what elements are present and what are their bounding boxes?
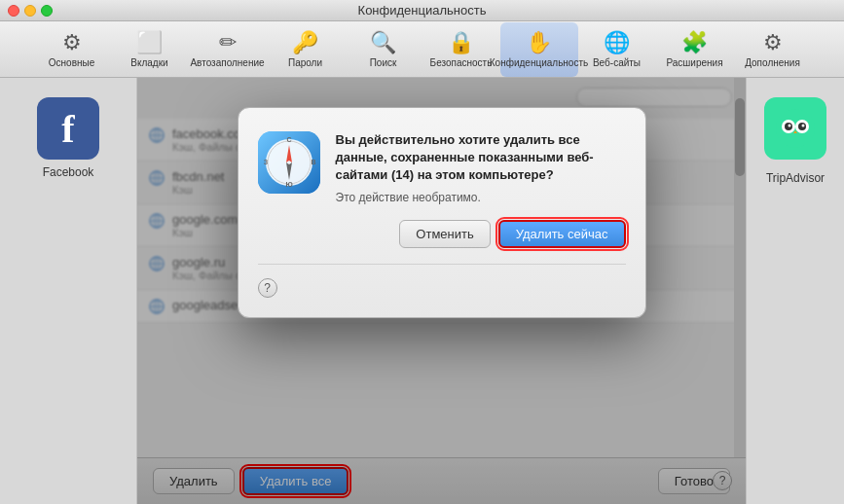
toolbar-item-websites[interactable]: 🌐 Веб-сайты [578,22,656,77]
dialog-inner: С Ю З В Вы действительно хотите удалить … [258,131,626,248]
dialog-actions: Отменить Удалить сейчас [336,220,626,248]
toolbar-item-advanced[interactable]: ⚙ Дополнения [734,22,812,77]
extensions-icon: 🧩 [681,30,708,55]
maximize-button[interactable] [41,5,53,17]
svg-text:Ю: Ю [285,181,292,188]
toolbar-item-extensions[interactable]: 🧩 Расширения [656,22,734,77]
tripadvisor-label: TripAdvisor [766,171,825,185]
toolbar-label-advanced: Дополнения [745,57,800,68]
left-panel: f Facebook [0,78,136,504]
safari-compass-svg: С Ю З В [258,131,320,194]
traffic-lights [8,5,53,17]
facebook-icon: f [37,97,99,160]
svg-point-34 [789,125,791,127]
autofill-icon: ✏ [219,30,237,55]
toolbar-item-tabs[interactable]: ⬜ Вкладки [111,22,189,77]
privacy-icon: ✋ [526,30,552,55]
window-title: Конфиденциальность [358,3,487,18]
toolbar-label-passwords: Пароли [288,57,322,68]
toolbar-label-extensions: Расширения [666,57,722,68]
dialog: С Ю З В Вы действительно хотите удалить … [238,107,646,318]
tripadvisor-svg [772,105,819,152]
dialog-subtitle: Это действие необратимо. [336,191,626,204]
dialog-bottom-row: ? [258,264,626,298]
close-button[interactable] [8,5,19,17]
toolbar-label-websites: Веб-сайты [593,57,641,68]
search-icon: 🔍 [370,30,396,55]
tabs-icon: ⬜ [136,30,163,55]
svg-point-29 [776,109,815,148]
right-panel: TripAdvisor [747,78,844,504]
toolbar-label-tabs: Вкладки [130,57,167,68]
titlebar: Конфиденциальность [0,0,844,21]
toolbar-label-autofill: Автозаполнение [190,57,264,68]
security-icon: 🔒 [448,30,474,55]
toolbar-label-privacy: Конфиденциальность [490,57,588,68]
toolbar-label-basic: Основные [49,57,94,68]
dialog-confirm-button[interactable]: Удалить сейчас [498,220,626,248]
toolbar-item-passwords[interactable]: 🔑 Пароли [267,22,345,77]
toolbar: ⚙ Основные ⬜ Вкладки ✏ Автозаполнение 🔑 … [0,21,844,78]
dialog-overlay: С Ю З В Вы действительно хотите удалить … [137,78,746,504]
toolbar-item-autofill[interactable]: ✏ Автозаполнение [189,22,267,77]
dialog-help-symbol: ? [264,281,271,295]
svg-text:С: С [286,136,291,143]
svg-text:З: З [263,159,268,165]
advanced-icon: ⚙ [763,30,783,55]
toolbar-item-search[interactable]: 🔍 Поиск [345,22,422,77]
safari-icon-container: С Ю З В [258,131,320,194]
toolbar-item-security[interactable]: 🔒 Безопасность [422,22,500,77]
dialog-help-button[interactable]: ? [258,278,277,298]
facebook-site-item: f Facebook [37,97,99,179]
dialog-safari-icon: С Ю З В [258,131,320,194]
main-content: f Facebook facebook.com Кэш, Файлы cooki… [0,78,844,504]
facebook-letter: f [61,106,74,152]
center-panel: facebook.com Кэш, Файлы cookie, Локально… [136,78,747,504]
toolbar-item-privacy[interactable]: ✋ Конфиденциальность [500,22,578,77]
passwords-icon: 🔑 [292,30,318,55]
toolbar-item-basic[interactable]: ⚙ Основные [33,22,111,77]
minimize-button[interactable] [24,5,36,17]
dialog-cancel-button[interactable]: Отменить [399,220,490,248]
svg-point-35 [802,125,805,127]
dialog-body: Вы действительно хотите удалить все данн… [336,131,626,248]
basic-icon: ⚙ [62,30,82,55]
facebook-label: Facebook [43,165,94,179]
svg-text:В: В [311,159,315,165]
toolbar-label-search: Поиск [370,57,397,68]
websites-icon: 🌐 [604,30,630,55]
dialog-title: Вы действительно хотите удалить все данн… [336,131,626,185]
tripadvisor-site-item: TripAdvisor [764,97,826,185]
tripadvisor-icon [764,97,826,160]
toolbar-label-security: Безопасность [430,57,493,68]
